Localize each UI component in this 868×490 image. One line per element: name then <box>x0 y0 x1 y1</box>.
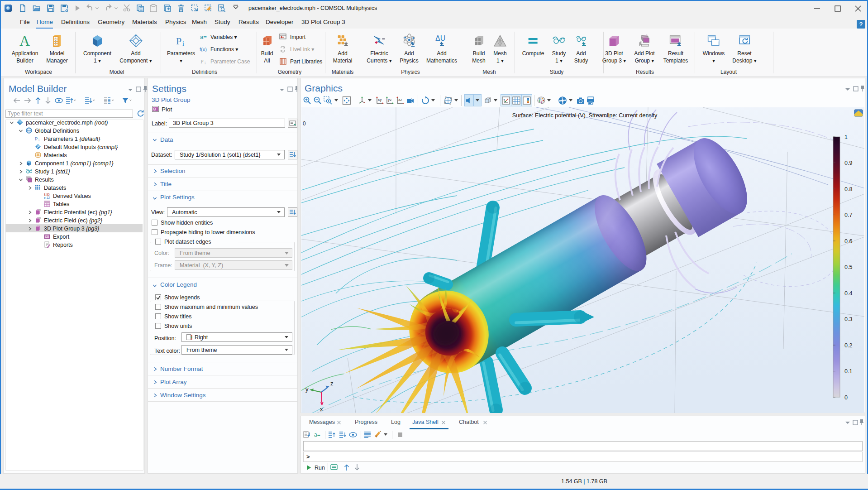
svg-text:0.4: 0.4 <box>844 290 852 297</box>
svg-text:0.2: 0.2 <box>844 342 852 349</box>
svg-text:z: z <box>330 380 334 387</box>
svg-text:a=: a= <box>314 432 320 438</box>
svg-text:0.1: 0.1 <box>844 368 852 375</box>
svg-text:xz: xz <box>398 97 402 102</box>
svg-text:yz: yz <box>388 97 392 102</box>
svg-text:i: i <box>182 40 184 47</box>
svg-text:P: P <box>176 35 181 47</box>
svg-text:Surface: Electric potential (V: Surface: Electric potential (V) Streamli… <box>512 112 658 119</box>
svg-text:0.3: 0.3 <box>844 316 852 322</box>
svg-text:f(x): f(x) <box>200 47 207 52</box>
svg-text:y: y <box>305 386 309 393</box>
svg-text:0.9: 0.9 <box>844 160 852 166</box>
svg-text:x: x <box>320 406 323 413</box>
svg-text:a=: a= <box>200 34 207 40</box>
svg-text:0.6: 0.6 <box>844 238 852 245</box>
svg-text:0.8: 0.8 <box>844 186 852 192</box>
svg-text:0: 0 <box>303 120 306 127</box>
svg-text:0: 0 <box>844 394 848 401</box>
svg-text:8.85: 8.85 <box>44 193 50 196</box>
svg-text:e-12: e-12 <box>44 196 50 199</box>
svg-text:P: P <box>35 136 38 141</box>
svg-text:i: i <box>205 61 206 65</box>
svg-text:1: 1 <box>844 134 848 140</box>
svg-text:0.5: 0.5 <box>844 264 852 270</box>
svg-text:ΔU: ΔU <box>435 34 445 42</box>
svg-text:xy: xy <box>378 97 382 102</box>
svg-text:0.7: 0.7 <box>844 212 852 218</box>
svg-text:P: P <box>200 58 204 65</box>
svg-text:i: i <box>38 138 40 142</box>
svg-text:A: A <box>19 34 30 48</box>
